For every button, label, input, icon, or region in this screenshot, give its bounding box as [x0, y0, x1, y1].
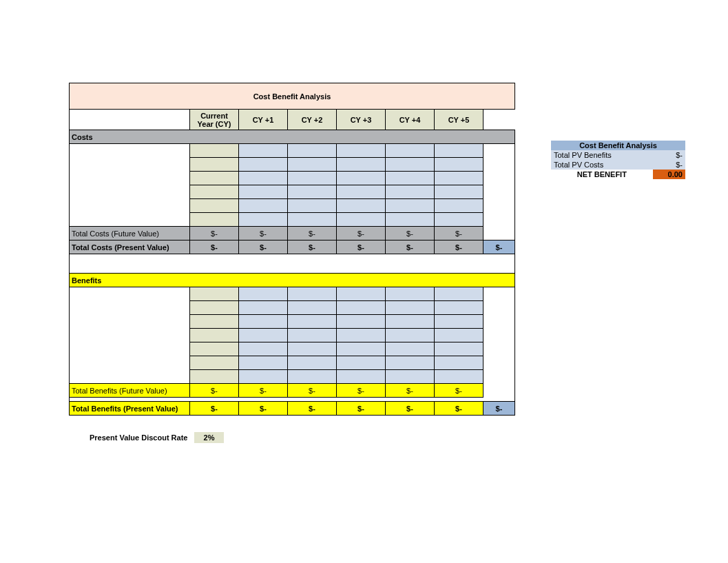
cost-benefit-table: Cost Benefit Analysis Current Year (CY) … [69, 83, 515, 416]
col-header[interactable]: CY +2 [288, 110, 337, 130]
total-benefits-fv-label: Total Benefits (Future Value) [70, 384, 190, 398]
col-header[interactable]: CY +3 [337, 110, 386, 130]
page-title: Cost Benefit Analysis [70, 83, 515, 110]
summary-pv-benefits-label: Total PV Benefits [551, 150, 653, 160]
discount-rate-row: Present Value Discout Rate 2% [90, 432, 728, 443]
costs-section-header: Costs [70, 130, 515, 144]
summary-pv-costs-label: Total PV Costs [551, 160, 653, 170]
benefits-section-header: Benefits [70, 274, 515, 287]
total-costs-fv-label: Total Costs (Future Value) [70, 227, 190, 240]
total-costs-pv-label: Total Costs (Present Value) [70, 240, 190, 254]
total-costs-pv-sum: $- [483, 240, 515, 254]
summary-pv-costs-value: $- [653, 160, 685, 170]
summary-box: Cost Benefit Analysis Total PV Benefits … [551, 141, 685, 179]
discount-rate-label: Present Value Discout Rate [90, 433, 187, 442]
total-benefits-pv-label: Total Benefits (Present Value) [70, 402, 190, 416]
col-header[interactable]: CY +5 [435, 110, 483, 130]
summary-pv-benefits-value: $- [653, 150, 685, 160]
summary-net-label: NET BENEFIT [551, 170, 653, 179]
col-header[interactable]: Current Year (CY) [190, 110, 239, 130]
summary-title: Cost Benefit Analysis [551, 141, 685, 150]
summary-net-value: 0.00 [653, 170, 685, 179]
total-benefits-pv-sum: $- [483, 402, 515, 416]
col-header[interactable]: CY +1 [239, 110, 288, 130]
discount-rate-value[interactable]: 2% [194, 432, 225, 443]
col-header[interactable]: CY +4 [386, 110, 435, 130]
